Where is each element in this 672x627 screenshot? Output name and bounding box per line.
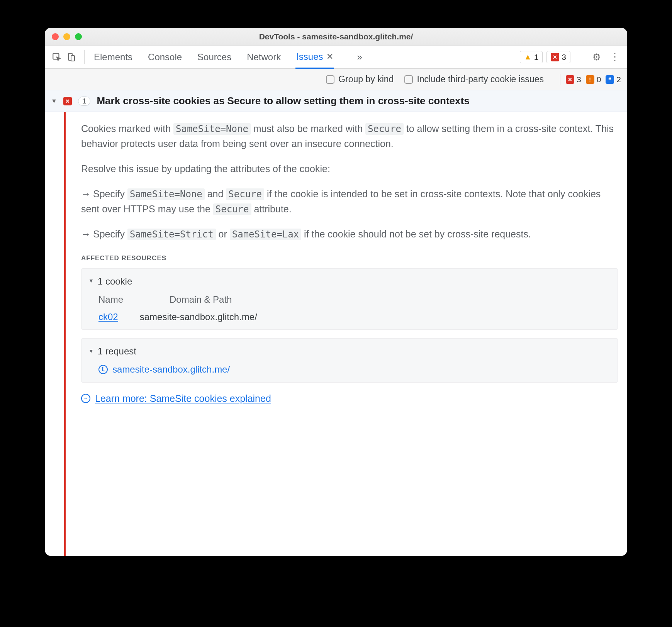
tab-elements[interactable]: Elements [93,46,133,68]
errors-badge[interactable]: ✕ 3 [566,75,581,84]
affected-requests-header[interactable]: ▼ 1 request [88,344,611,358]
tab-network[interactable]: Network [246,46,282,68]
main-toolbar: Elements Console Sources Network Issues … [45,46,627,69]
code-samesite-lax: SameSite=Lax [230,229,301,240]
panel-tabs: Elements Console Sources Network Issues … [93,46,362,68]
inspect-element-icon[interactable] [49,50,64,64]
close-tab-icon[interactable]: ✕ [326,52,333,62]
code-samesite-none: SameSite=None [127,188,205,200]
affected-cookies-header[interactable]: ▼ 1 cookie [88,274,611,288]
affected-requests-panel: ▼ 1 request ⇅ samesite-sandbox.glitch.me… [81,338,618,382]
more-tabs-icon[interactable]: » [357,52,362,63]
issue-body: Cookies marked with SameSite=None must a… [45,112,627,556]
checkbox-label: Include third-party cookie issues [417,74,544,85]
svg-rect-2 [71,56,75,61]
issues-filterbar: Group by kind Include third-party cookie… [45,69,627,90]
warning-icon: ▲ [524,53,532,61]
error-icon: ✕ [551,53,559,61]
error-icon: ✕ [63,97,72,105]
info-icon: ❝ [606,75,614,84]
issue-bullet-2: → Specify SameSite=Strict or SameSite=La… [81,227,618,242]
devtools-window: DevTools - samesite-sandbox.glitch.me/ E… [45,28,627,556]
request-url-link[interactable]: samesite-sandbox.glitch.me/ [112,362,230,376]
include-third-party-checkbox[interactable]: Include third-party cookie issues [404,74,544,85]
code-secure: Secure [365,123,404,135]
request-icon: ⇅ [98,365,108,374]
cookies-table: Name Domain & Path ck02 samesite-sandbox… [98,292,611,324]
settings-icon[interactable]: ⚙ [589,50,604,64]
cookie-name-link[interactable]: ck02 [98,310,118,324]
issue-description-1: Cookies marked with SameSite=None must a… [81,121,618,151]
warning-icon: ! [586,75,594,84]
errors-value: 3 [577,75,581,84]
arrow-icon: → [81,186,90,202]
more-menu-icon[interactable]: ⋮ [608,50,623,64]
table-header: Name Domain & Path [98,292,611,307]
warnings-value: 0 [597,75,601,84]
tab-label: Network [247,52,281,63]
window-titlebar: DevTools - samesite-sandbox.glitch.me/ [45,28,627,46]
checkbox-icon [326,75,334,84]
issue-count-pill: 1 [78,97,91,106]
info-badge[interactable]: ❝ 2 [606,75,621,84]
tab-label: Sources [197,52,231,63]
tab-label: Issues [296,51,323,62]
arrow-right-circle-icon: → [81,394,90,403]
tab-label: Elements [94,52,132,63]
arrow-icon: → [81,227,90,242]
col-domain: Domain & Path [170,292,232,307]
tab-sources[interactable]: Sources [197,46,232,68]
issue-kind-counts: ✕ 3 ! 0 ❝ 2 [566,75,621,84]
code-secure: Secure [226,188,264,200]
warnings-badge[interactable]: ! 0 [586,75,601,84]
code-secure: Secure [213,203,251,215]
issue-title: Mark cross-site cookies as Secure to all… [97,95,469,107]
learn-more-row: → Learn more: SameSite cookies explained [81,391,618,406]
affected-cookies-title: 1 cookie [98,274,132,288]
cookie-domain: samesite-sandbox.glitch.me/ [140,310,257,324]
toolbar-right: ▲ 1 ✕ 3 ⚙ ⋮ [520,50,623,64]
separator [560,74,560,85]
tab-console[interactable]: Console [147,46,183,68]
warnings-button[interactable]: ▲ 1 [520,51,543,63]
issue-description-2: Resolve this issue by updating the attri… [81,161,618,176]
checkbox-icon [404,75,413,84]
info-value: 2 [616,75,621,84]
disclosure-triangle-icon[interactable]: ▼ [51,98,57,105]
issue-header[interactable]: ▼ ✕ 1 Mark cross-site cookies as Secure … [45,90,627,112]
device-toolbar-icon[interactable] [64,50,79,64]
request-row: ⇅ samesite-sandbox.glitch.me/ [98,362,611,376]
code-samesite-none: SameSite=None [173,123,251,135]
table-row: ck02 samesite-sandbox.glitch.me/ [98,310,611,324]
errors-button[interactable]: ✕ 3 [546,51,570,63]
group-by-kind-checkbox[interactable]: Group by kind [326,74,394,85]
issue-content: Cookies marked with SameSite=None must a… [66,112,627,556]
tab-label: Console [148,52,182,63]
checkbox-label: Group by kind [338,74,394,85]
tab-issues[interactable]: Issues ✕ [295,46,334,69]
learn-more-link[interactable]: Learn more: SameSite cookies explained [95,391,271,406]
affected-requests-title: 1 request [98,344,136,358]
warnings-count: 1 [534,53,539,62]
code-samesite-strict: SameSite=Strict [127,229,216,240]
toolbar-separator [580,50,580,64]
error-icon: ✕ [566,75,574,84]
col-name: Name [98,292,123,307]
disclosure-triangle-icon: ▼ [88,277,94,285]
affected-cookies-panel: ▼ 1 cookie Name Domain & Path ck02 sames… [81,268,618,330]
disclosure-triangle-icon: ▼ [88,347,94,356]
affected-resources-label: AFFECTED RESOURCES [81,253,618,263]
window-title: DevTools - samesite-sandbox.glitch.me/ [45,32,627,41]
errors-count: 3 [562,53,566,62]
issue-bullet-1: → Specify SameSite=None and Secure if th… [81,186,618,217]
toolbar-separator [84,50,85,64]
